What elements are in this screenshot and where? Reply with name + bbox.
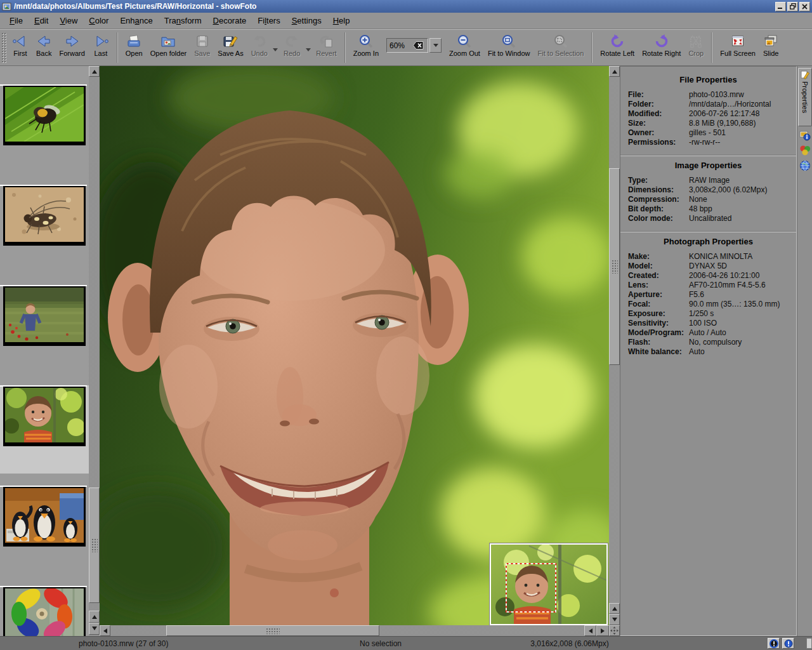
open-folder-button[interactable]: Open folder xyxy=(147,30,190,65)
property-value: /mnt/data/p…/Horizontal xyxy=(689,100,796,109)
window-titlebar[interactable]: /mnt/data/photos/Albums/Test Pictures/RA… xyxy=(0,0,812,13)
thumbnail-penguins-image[interactable] xyxy=(3,486,86,547)
menu-view[interactable]: View xyxy=(54,13,83,28)
status-filename: photo-0103.mrw (27 of 30) xyxy=(79,639,168,648)
scroll-up-button[interactable] xyxy=(89,66,100,77)
property-value: 2006-07-26 12:17:48 xyxy=(689,109,796,119)
zoom-input[interactable] xyxy=(390,41,411,50)
scroll-up-button[interactable] xyxy=(89,611,100,623)
toolbar-separator xyxy=(344,32,346,63)
property-label: Lens: xyxy=(628,281,689,290)
last-button[interactable]: Last xyxy=(89,30,113,65)
menu-edit[interactable]: Edit xyxy=(29,13,54,28)
toolbar-separator xyxy=(117,32,118,63)
properties-tab-icon xyxy=(801,70,809,79)
thumbnail-beetle-image[interactable] xyxy=(3,185,86,246)
toolbar-separator xyxy=(591,32,593,63)
undo-icon xyxy=(252,32,267,50)
thumbnail-item[interactable] xyxy=(0,285,89,373)
property-row: Lens:AF70-210mm F4.5-5.6 xyxy=(620,281,796,290)
scroll-left-button[interactable] xyxy=(100,625,110,636)
tab-properties[interactable]: Properties xyxy=(798,68,812,126)
canvas-vscroll-thumb[interactable] xyxy=(609,168,620,365)
toolbar-drag-handle[interactable] xyxy=(1,32,6,63)
slide-button[interactable]: Slide xyxy=(759,30,782,65)
crop-button[interactable]: Crop xyxy=(684,30,707,65)
thumbnail-item[interactable] xyxy=(0,586,89,636)
save-button[interactable]: Save xyxy=(190,30,214,65)
rotate-left-button[interactable]: Rotate Left xyxy=(596,30,638,65)
save-as-button[interactable]: Save As xyxy=(214,30,247,65)
zoom-dropdown-button[interactable] xyxy=(429,38,442,53)
thumbnail-boy-portrait-image[interactable] xyxy=(3,385,86,446)
colors-tab-icon[interactable] xyxy=(799,145,811,156)
undo-history-dropdown[interactable] xyxy=(272,30,280,65)
image-canvas[interactable] xyxy=(100,66,609,625)
back-button[interactable]: Back xyxy=(32,30,55,65)
menu-file[interactable]: File xyxy=(4,13,29,28)
metadata-tab-icon[interactable] xyxy=(799,129,811,141)
revert-button[interactable]: Revert xyxy=(312,30,340,65)
pan-preview-overlay[interactable] xyxy=(490,543,608,625)
full-screen-button[interactable]: Full Screen xyxy=(716,30,759,65)
menu-help[interactable]: Help xyxy=(327,13,356,28)
thumbnail-item[interactable] xyxy=(0,84,89,173)
property-value: 2006-04-26 10:21:00 xyxy=(689,271,796,281)
rotate-right-button[interactable]: Rotate Right xyxy=(638,30,684,65)
thumbnail-scrollbar-thumb[interactable] xyxy=(89,488,100,603)
geolocation-tab-icon[interactable] xyxy=(799,160,811,171)
redo-history-dropdown[interactable] xyxy=(304,30,312,65)
property-value: KONICA MINOLTA xyxy=(689,252,796,262)
forward-button[interactable]: Forward xyxy=(55,30,88,65)
scroll-up-button[interactable] xyxy=(609,66,620,77)
menu-settings[interactable]: Settings xyxy=(286,13,327,28)
close-button[interactable] xyxy=(799,2,810,11)
statusbar-grip[interactable] xyxy=(806,638,812,649)
scroll-up-button[interactable] xyxy=(609,603,620,614)
photograph-properties-title: Photograph Properties xyxy=(620,237,796,246)
thumbnail-boy-meadow-image[interactable] xyxy=(3,285,86,346)
thumbnail-item[interactable] xyxy=(0,486,89,574)
save-as-icon xyxy=(222,32,239,50)
fit-to-window-icon xyxy=(501,32,516,50)
scroll-left-button[interactable] xyxy=(584,625,596,636)
scroll-right-button[interactable] xyxy=(596,625,609,636)
property-row: Modified:2006-07-26 12:17:48 xyxy=(620,109,796,119)
first-icon xyxy=(12,32,29,50)
menu-decorate[interactable]: Decorate xyxy=(207,13,252,28)
thumbnail-bee-image[interactable] xyxy=(3,84,86,145)
open-button[interactable]: Open xyxy=(122,30,147,65)
restore-button[interactable] xyxy=(787,2,798,11)
zoom-out-button[interactable]: Zoom Out xyxy=(445,30,484,65)
zoom-in-button[interactable]: Zoom In xyxy=(350,30,383,65)
image-properties-title: Image Properties xyxy=(620,161,796,170)
chevron-down-icon xyxy=(433,44,438,50)
scroll-down-button[interactable] xyxy=(609,614,620,625)
redo-label: Redo xyxy=(284,50,300,57)
app-icon[interactable] xyxy=(2,2,11,11)
pan-tool-button[interactable] xyxy=(609,625,620,636)
overexposure-indicator-button[interactable] xyxy=(782,638,794,649)
fit-to-window-button[interactable]: Fit to Window xyxy=(484,30,534,65)
first-button[interactable]: First xyxy=(8,30,32,65)
menu-transform[interactable]: Transform xyxy=(159,13,207,28)
zoom-field[interactable] xyxy=(386,38,428,53)
scroll-down-button[interactable] xyxy=(89,623,100,635)
arrow-left-icon xyxy=(586,628,593,633)
menu-enhance[interactable]: Enhance xyxy=(114,13,158,28)
thumbnail-item-selected[interactable] xyxy=(0,385,89,474)
revert-icon xyxy=(318,32,334,50)
fit-to-selection-button[interactable]: Fit to Selection xyxy=(534,30,588,65)
canvas-hscroll-thumb[interactable] xyxy=(166,625,379,636)
menu-filters[interactable]: Filters xyxy=(252,13,285,28)
property-label: Type: xyxy=(628,176,689,185)
undo-button[interactable]: Undo xyxy=(247,30,272,65)
clear-zoom-icon[interactable] xyxy=(413,41,424,50)
menu-color[interactable]: Color xyxy=(83,13,114,28)
redo-button[interactable]: Redo xyxy=(280,30,304,65)
underexposure-indicator-button[interactable] xyxy=(768,638,780,649)
minimize-button[interactable] xyxy=(775,2,786,11)
thumbnail-item[interactable] xyxy=(0,185,89,273)
back-label: Back xyxy=(36,50,51,57)
thumbnail-pinwheel-image[interactable] xyxy=(3,586,86,636)
